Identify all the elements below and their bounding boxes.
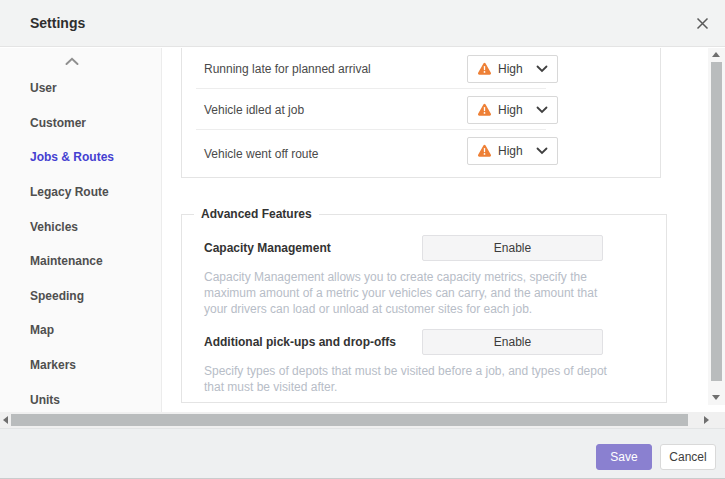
warning-triangle-icon xyxy=(477,102,492,117)
warning-triangle-icon xyxy=(477,143,492,158)
sidebar-item-vehicles[interactable]: Vehicles xyxy=(0,209,161,244)
severity-value: High xyxy=(498,62,523,76)
scroll-up-arrow-icon[interactable] xyxy=(712,52,720,57)
sidebar-scroll-up-icon[interactable] xyxy=(60,54,84,68)
horizontal-scrollbar-thumb[interactable] xyxy=(11,414,688,426)
scroll-right-arrow-icon[interactable] xyxy=(704,416,709,424)
sidebar-item-markers[interactable]: Markers xyxy=(0,348,161,383)
alert-row-off-route: Vehicle went off route High xyxy=(182,130,660,178)
warning-triangle-icon xyxy=(477,61,492,76)
vertical-scrollbar[interactable] xyxy=(708,48,725,405)
save-button[interactable]: Save xyxy=(596,444,652,470)
scroll-left-arrow-icon[interactable] xyxy=(3,416,8,424)
feature-title: Additional pick-ups and drop-offs xyxy=(204,335,422,349)
sidebar-item-user[interactable]: User xyxy=(0,71,161,106)
severity-value: High xyxy=(498,103,523,117)
severity-dropdown-running-late[interactable]: High xyxy=(467,55,558,83)
feature-row-pickups: Additional pick-ups and drop-offs Enable xyxy=(204,329,603,355)
feature-description: Capacity Management allows you to create… xyxy=(204,269,618,317)
severity-dropdown-off-route[interactable]: High xyxy=(467,137,558,165)
alert-row-vehicle-idled: Vehicle idled at job High xyxy=(182,89,660,130)
enable-pickups-button[interactable]: Enable xyxy=(422,329,603,355)
settings-content-panel: Running late for planned arrival High Ve… xyxy=(163,48,708,412)
alert-row-label: Vehicle went off route xyxy=(204,147,319,161)
chevron-down-icon xyxy=(536,65,548,73)
sidebar-item-map[interactable]: Map xyxy=(0,313,161,348)
vertical-scrollbar-thumb[interactable] xyxy=(711,62,722,381)
dialog-footer: Save Cancel xyxy=(0,428,725,479)
advanced-features-section: Advanced Features Capacity Management En… xyxy=(181,207,667,403)
feature-row-capacity: Capacity Management Enable xyxy=(204,235,603,261)
feature-description: Specify types of depots that must be vis… xyxy=(204,363,618,395)
page-title: Settings xyxy=(30,15,85,31)
alert-row-label: Vehicle idled at job xyxy=(204,103,304,117)
sidebar-item-customer[interactable]: Customer xyxy=(0,106,161,141)
alert-row-label: Running late for planned arrival xyxy=(204,62,371,76)
advanced-features-legend: Advanced Features xyxy=(194,207,319,221)
horizontal-scrollbar[interactable] xyxy=(0,412,725,428)
dialog-titlebar: Settings xyxy=(0,0,725,47)
sidebar-item-legacy-route[interactable]: Legacy Route xyxy=(0,175,161,210)
chevron-down-icon xyxy=(536,147,548,155)
severity-dropdown-vehicle-idled[interactable]: High xyxy=(467,96,558,124)
feature-title: Capacity Management xyxy=(204,241,422,255)
sidebar-nav: User Customer Jobs & Routes Legacy Route… xyxy=(0,71,161,417)
alert-severity-card: Running late for planned arrival High Ve… xyxy=(181,48,661,178)
cancel-button[interactable]: Cancel xyxy=(660,444,716,470)
sidebar-item-jobs-routes[interactable]: Jobs & Routes xyxy=(0,140,161,175)
alert-row-running-late: Running late for planned arrival High xyxy=(182,48,660,89)
settings-sidebar: User Customer Jobs & Routes Legacy Route… xyxy=(0,48,162,412)
settings-dialog: Settings User Customer Jobs & Routes Leg… xyxy=(0,0,725,479)
sidebar-item-maintenance[interactable]: Maintenance xyxy=(0,244,161,279)
enable-capacity-button[interactable]: Enable xyxy=(422,235,603,261)
scroll-down-arrow-icon[interactable] xyxy=(712,395,720,400)
chevron-down-icon xyxy=(536,106,548,114)
severity-value: High xyxy=(498,144,523,158)
sidebar-item-speeding[interactable]: Speeding xyxy=(0,279,161,314)
close-icon[interactable] xyxy=(692,13,712,33)
